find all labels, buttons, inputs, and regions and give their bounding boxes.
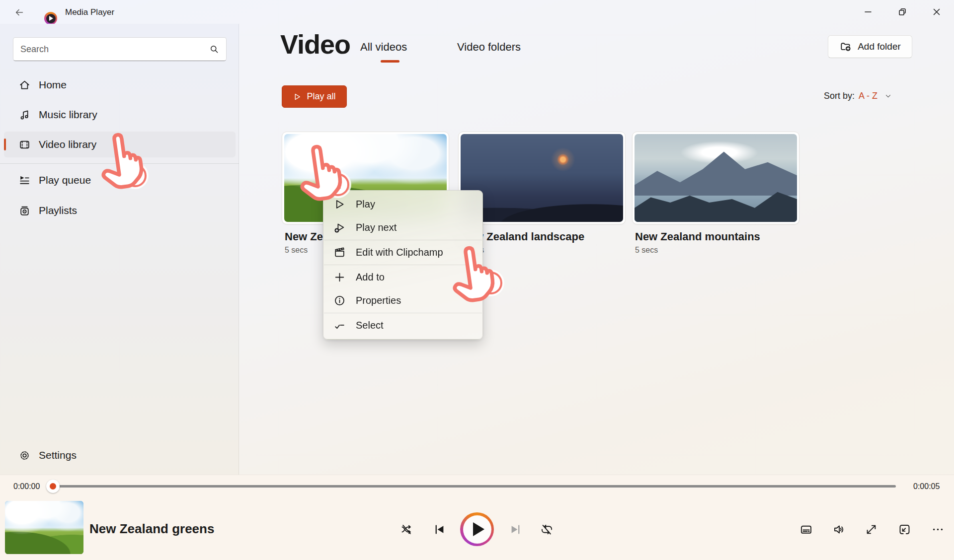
search-icon[interactable]	[209, 44, 219, 54]
video-thumbnail-mountains[interactable]	[635, 134, 797, 222]
hand-cursor-icon	[445, 240, 500, 307]
plus-icon	[333, 271, 346, 283]
tab-all-videos[interactable]: All videos	[360, 41, 407, 54]
sort-value: A - Z	[859, 91, 877, 101]
sidebar-item-home[interactable]: Home	[4, 72, 236, 98]
volume-button[interactable]	[827, 518, 850, 541]
annotation-step-3: 3	[449, 243, 533, 323]
elapsed-time: 0:00:00	[13, 482, 40, 491]
seek-bar[interactable]	[58, 485, 896, 488]
now-playing-thumbnail[interactable]	[5, 501, 83, 554]
shuffle-off-button[interactable]	[395, 518, 418, 541]
seek-thumb[interactable]	[46, 480, 60, 493]
active-tab-underline	[381, 60, 399, 63]
back-button[interactable]	[11, 6, 28, 18]
mini-player-button[interactable]	[893, 518, 916, 541]
video-card[interactable]: New Zealand mountains 5 secs	[632, 132, 799, 255]
sidebar: Home Music library Video library Play qu…	[0, 24, 239, 475]
search-box[interactable]	[13, 37, 227, 61]
add-folder-icon	[839, 40, 852, 53]
film-strip-icon	[18, 139, 31, 151]
play-next-icon	[333, 221, 346, 234]
sidebar-item-music-library[interactable]: Music library	[4, 102, 236, 128]
page-title: Video	[280, 29, 350, 60]
home-icon	[18, 79, 31, 91]
total-time: 0:00:05	[913, 482, 940, 491]
minimize-button[interactable]	[857, 0, 879, 24]
hand-cursor-icon	[93, 127, 149, 194]
media-player-logo-icon	[44, 12, 57, 25]
gear-icon	[18, 449, 31, 462]
play-button[interactable]	[460, 512, 494, 546]
sort-by-dropdown[interactable]: Sort by: A - Z	[824, 91, 892, 101]
close-button[interactable]	[925, 0, 948, 24]
clapperboard-icon	[333, 246, 346, 259]
video-thumbnail-landscape[interactable]	[461, 134, 623, 222]
play-all-button[interactable]: Play all	[282, 85, 347, 108]
playlists-icon	[18, 205, 31, 217]
app-title: Media Player	[65, 7, 114, 17]
video-card[interactable]: New Zealand landscape 5 secs	[458, 132, 626, 255]
annotation-step-2: 2	[296, 142, 381, 221]
add-folder-button[interactable]: Add folder	[828, 35, 912, 58]
sort-by-label: Sort by:	[824, 91, 855, 101]
info-icon	[333, 294, 346, 307]
restore-button[interactable]	[891, 0, 914, 24]
fullscreen-button[interactable]	[860, 518, 882, 541]
captions-button[interactable]	[795, 518, 817, 541]
hand-cursor-icon	[292, 139, 347, 206]
search-input[interactable]	[13, 44, 209, 55]
annotation-step-1: 1	[97, 130, 182, 210]
now-playing-title: New Zealand greens	[89, 521, 214, 537]
chevron-down-icon	[884, 92, 892, 100]
player-bar: 0:00:00 0:00:05 New Zealand greens	[0, 475, 954, 560]
music-note-icon	[18, 109, 31, 121]
more-options-button[interactable]	[926, 518, 949, 541]
next-button[interactable]	[504, 518, 527, 541]
media-player-window: Media Player Home Music l	[0, 0, 954, 560]
tab-video-folders[interactable]: Video folders	[457, 41, 521, 54]
menu-separator	[324, 240, 482, 240]
previous-button[interactable]	[428, 518, 451, 541]
title-bar: Media Player	[0, 0, 954, 24]
select-check-icon	[333, 319, 346, 332]
repeat-off-button[interactable]	[535, 518, 558, 541]
play-icon	[293, 92, 302, 101]
sidebar-item-settings[interactable]: Settings	[4, 442, 236, 468]
play-queue-icon	[18, 174, 31, 187]
